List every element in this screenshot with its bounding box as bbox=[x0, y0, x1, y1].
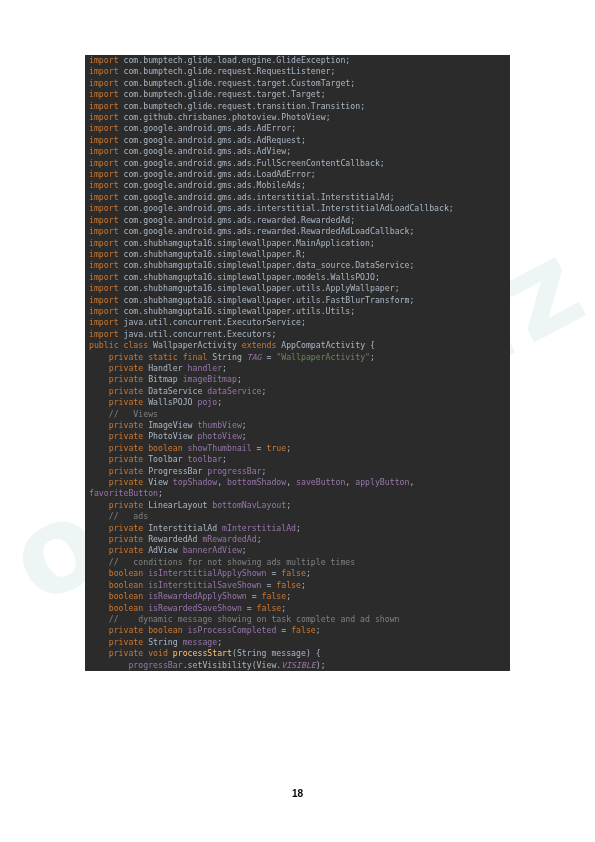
code-block: import com.bumptech.glide.load.engine.Gl… bbox=[85, 55, 510, 671]
page-number: 18 bbox=[0, 788, 595, 799]
